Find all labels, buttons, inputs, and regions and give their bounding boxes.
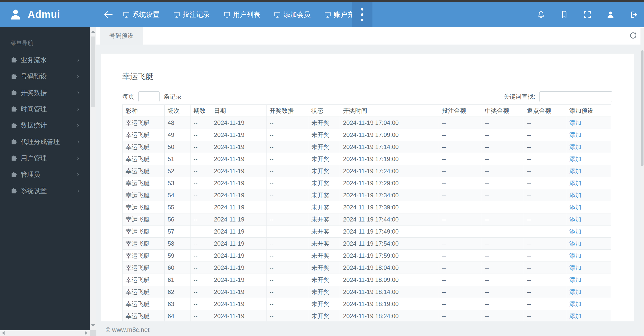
table-cell: 未开奖: [308, 250, 340, 262]
per-page-prefix-label: 每页: [122, 93, 134, 101]
table-cell: 2024-11-19 18:19:00: [340, 298, 439, 310]
table-cell: 2024-11-19: [211, 238, 267, 250]
table-cell: --: [439, 189, 482, 201]
sidebar-item[interactable]: 业务流水: [0, 52, 90, 68]
table-cell: --: [439, 250, 482, 262]
add-preset-link[interactable]: 添加: [569, 216, 581, 223]
fullscreen-icon: [583, 10, 592, 19]
table-cell: --: [267, 129, 308, 141]
tab-number-preset[interactable]: 号码预设: [100, 27, 143, 45]
fullscreen-button[interactable]: [582, 9, 593, 20]
window-top-edge: [0, 0, 644, 2]
table-cell: 2024-11-19: [211, 141, 267, 153]
sidebar-scrollbar-thumb[interactable]: [91, 36, 95, 107]
navbar-menu-label: 添加会员: [283, 10, 311, 19]
table-cell: 幸运飞艇: [123, 286, 165, 298]
table-cell: --: [191, 189, 211, 201]
more-menu-button[interactable]: [352, 2, 372, 27]
navbar-menu-item[interactable]: 投注记录: [173, 10, 210, 19]
window-scrollbar[interactable]: [640, 28, 644, 336]
per-page-input[interactable]: [138, 91, 160, 102]
navbar-menu-item[interactable]: 系统设置: [123, 10, 160, 19]
sidebar-item[interactable]: 管理员: [0, 166, 90, 183]
sidebar-item[interactable]: 用户管理: [0, 150, 90, 166]
add-preset-link[interactable]: 添加: [569, 288, 581, 295]
back-button[interactable]: [100, 2, 116, 27]
table-cell: --: [439, 141, 482, 153]
table-cell: --: [267, 213, 308, 226]
add-preset-link[interactable]: 添加: [569, 301, 581, 307]
navbar-menu-item[interactable]: 用户列表: [223, 10, 260, 19]
table-cell: --: [524, 177, 566, 189]
navbar-menu-label: 用户列表: [233, 10, 260, 19]
table-cell: --: [439, 213, 482, 226]
mobile-view-button[interactable]: [558, 9, 570, 20]
table-cell: --: [524, 165, 566, 177]
table-cell: --: [524, 238, 566, 250]
table-cell: --: [439, 226, 482, 238]
table-cell: 添加: [566, 310, 611, 322]
add-preset-link[interactable]: 添加: [569, 192, 581, 199]
add-preset-link[interactable]: 添加: [569, 240, 581, 247]
tab-label: 号码预设: [109, 32, 134, 40]
table-row: 幸运飞艇50--2024-11-19--未开奖2024-11-19 17:14:…: [123, 141, 611, 153]
sidebar-item[interactable]: 开奖数据: [0, 85, 90, 101]
sidebar-item[interactable]: 号码预设: [0, 68, 90, 85]
table-cell: --: [267, 201, 308, 213]
per-page-suffix-label: 条记录: [164, 93, 182, 101]
navbar-menu-item[interactable]: 添加会员: [274, 10, 311, 19]
scroll-down-arrow-icon[interactable]: [91, 324, 95, 327]
window-scrollbar-thumb[interactable]: [641, 50, 643, 166]
add-preset-link[interactable]: 添加: [569, 276, 581, 283]
add-preset-link[interactable]: 添加: [569, 168, 581, 174]
table-cell: --: [191, 274, 211, 286]
add-preset-link[interactable]: 添加: [569, 156, 581, 162]
add-preset-link[interactable]: 添加: [569, 119, 581, 126]
table-cell: --: [191, 262, 211, 274]
notifications-button[interactable]: [535, 9, 547, 20]
sidebar-item[interactable]: 系统设置: [0, 183, 90, 199]
sidebar-scrollbar[interactable]: [90, 27, 96, 330]
table-cell: 2024-11-19: [211, 153, 267, 165]
scroll-left-arrow-icon[interactable]: [2, 331, 5, 335]
table-cell: --: [482, 141, 524, 153]
add-preset-link[interactable]: 添加: [569, 180, 581, 186]
table-cell: 56: [165, 213, 191, 226]
logout-button[interactable]: [628, 9, 639, 20]
add-preset-link[interactable]: 添加: [569, 131, 581, 138]
column-header: 状态: [308, 105, 340, 117]
table-cell: --: [267, 141, 308, 153]
add-preset-link[interactable]: 添加: [569, 313, 581, 319]
table-cell: --: [191, 141, 211, 153]
brand-logo[interactable]: Admui: [0, 2, 90, 27]
navbar-actions: [535, 2, 639, 27]
table-cell: 添加: [566, 274, 611, 286]
table-cell: 57: [165, 226, 191, 238]
keyword-search-input[interactable]: [539, 91, 612, 102]
add-preset-link[interactable]: 添加: [569, 143, 581, 150]
scroll-up-arrow-icon[interactable]: [91, 30, 95, 33]
table-cell: 未开奖: [308, 129, 340, 141]
scroll-right-arrow-icon[interactable]: [85, 331, 87, 335]
table-cell: --: [191, 310, 211, 322]
add-preset-link[interactable]: 添加: [569, 204, 581, 211]
puzzle-icon: [10, 73, 17, 80]
puzzle-icon: [10, 188, 17, 194]
column-header: 开奖时间: [340, 105, 439, 117]
sidebar-item[interactable]: 时间管理: [0, 101, 90, 117]
puzzle-icon: [10, 171, 17, 178]
horizontal-scrollbar[interactable]: [0, 330, 90, 336]
profile-button[interactable]: [605, 9, 616, 20]
table-cell: 2024-11-19 17:09:00: [340, 129, 439, 141]
add-preset-link[interactable]: 添加: [569, 228, 581, 235]
table-cell: --: [191, 177, 211, 189]
sidebar-item[interactable]: 数据统计: [0, 117, 90, 134]
copyright-text: © www.m8c.net: [106, 326, 149, 333]
refresh-button[interactable]: [628, 30, 638, 41]
add-preset-link[interactable]: 添加: [569, 264, 581, 271]
table-cell: --: [524, 189, 566, 201]
sidebar-item-label: 管理员: [21, 170, 76, 179]
add-preset-link[interactable]: 添加: [569, 252, 581, 259]
sidebar-item[interactable]: 代理分成管理: [0, 134, 90, 150]
table-cell: 添加: [566, 286, 611, 298]
